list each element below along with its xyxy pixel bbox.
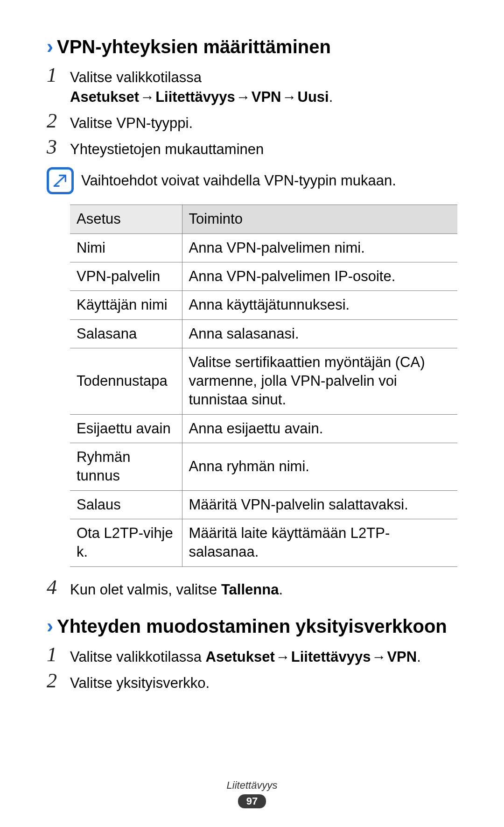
step-number: 2 [47,670,70,692]
cell-function: Anna salasanasi. [182,319,457,348]
cell-setting: Todennustapa [70,348,182,414]
step-body: Valitse yksityisverkko. [70,670,457,693]
step-2b: 2 Valitse yksityisverkko. [47,670,457,693]
cell-function: Anna VPN-palvelimen IP-osoite. [182,262,457,290]
page-footer: Liitettävyys 97 [0,779,504,808]
note-icon [47,167,74,194]
arrow-icon: → [235,89,252,105]
menu-path-liitettavyys: Liitettävyys [291,649,371,665]
heading-text: VPN-yhteyksien määrittäminen [57,36,331,57]
table-row: SalasanaAnna salasanasi. [70,319,457,348]
cell-setting: Käyttäjän nimi [70,291,182,319]
step-number: 3 [47,136,70,158]
section-heading-vpn-setup: › VPN-yhteyksien määrittäminen [47,36,457,57]
cell-setting: Salasana [70,319,182,348]
table-row: VPN-palvelinAnna VPN-palvelimen IP-osoit… [70,262,457,290]
table-row: TodennustapaValitse sertifikaattien myön… [70,348,457,414]
cell-setting: VPN-palvelin [70,262,182,290]
step-body: Valitse VPN-tyyppi. [70,110,457,133]
heading-text: Yhteyden muodostaminen yksityisverkkoon [57,616,447,637]
step-number: 1 [47,64,70,86]
step-number: 2 [47,110,70,132]
arrow-icon: → [139,89,155,105]
table-row: Esijaettu avainAnna esijaettu avain. [70,414,457,443]
section-heading-connect-private: › Yhteyden muodostaminen yksityisverkkoo… [47,616,457,637]
table-body: NimiAnna VPN-palvelimen nimi. VPN-palvel… [70,233,457,566]
footer-section-label: Liitettävyys [0,779,504,792]
info-note: Vaihtoehdot voivat vaihdella VPN-tyypin … [47,167,457,194]
step-body: Yhteystietojen mukauttaminen [70,136,457,159]
document-page: › VPN-yhteyksien määrittäminen 1 Valitse… [0,0,504,827]
cell-setting: Esijaettu avain [70,414,182,443]
note-text: Vaihtoehdot voivat vaihdella VPN-tyypin … [81,172,396,189]
step-2: 2 Valitse VPN-tyyppi. [47,110,457,133]
table-row: Käyttäjän nimiAnna käyttäjätunnuksesi. [70,291,457,319]
text: Valitse valikkotilassa [70,69,202,85]
cell-function: Anna käyttäjätunnuksesi. [182,291,457,319]
table-header-row: Asetus Toiminto [70,205,457,233]
arrow-icon: → [281,89,298,105]
table-row: Ota L2TP-vihje k.Määritä laite käyttämää… [70,519,457,566]
menu-path-uusi: Uusi [298,89,329,105]
step-number: 1 [47,643,70,666]
step-1: 1 Valitse valikkotilassa Asetukset→Liite… [47,64,457,107]
table-row: Ryhmän tunnusAnna ryhmän nimi. [70,443,457,491]
arrow-icon: → [275,649,291,665]
settings-table: Asetus Toiminto NimiAnna VPN-palvelimen … [70,205,457,566]
chevron-icon: › [47,616,53,636]
table-row: SalausMääritä VPN-palvelin salattavaksi. [70,490,457,519]
text: . [417,649,421,665]
cell-setting: Ota L2TP-vihje k. [70,519,182,566]
text: . [279,581,283,598]
chevron-icon: › [47,37,53,57]
page-number-badge: 97 [238,794,266,808]
menu-path-vpn: VPN [252,89,281,105]
cell-function: Määritä laite käyttämään L2TP-salasanaa. [182,519,457,566]
text: Kun olet valmis, valitse [70,581,221,598]
cell-setting: Nimi [70,233,182,262]
step-3: 3 Yhteystietojen mukauttaminen [47,136,457,159]
menu-path-liitettavyys: Liitettävyys [155,89,235,105]
table-row: NimiAnna VPN-palvelimen nimi. [70,233,457,262]
cell-function: Anna ryhmän nimi. [182,443,457,491]
col-header-setting: Asetus [70,205,182,233]
menu-path-asetukset: Asetukset [206,649,275,665]
cell-function: Määritä VPN-palvelin salattavaksi. [182,490,457,519]
cell-setting: Salaus [70,490,182,519]
col-header-function: Toiminto [182,205,457,233]
step-4: 4 Kun olet valmis, valitse Tallenna. [47,576,457,600]
cell-setting: Ryhmän tunnus [70,443,182,491]
step-body: Valitse valikkotilassa Asetukset→Liitett… [70,643,457,667]
step-number: 4 [47,576,70,599]
menu-path-asetukset: Asetukset [70,89,139,105]
action-tallenna: Tallenna [221,581,279,598]
text: . [329,89,333,105]
step-body: Valitse valikkotilassa Asetukset→Liitett… [70,64,457,107]
step-body: Kun olet valmis, valitse Tallenna. [70,576,457,600]
cell-function: Valitse sertifikaattien myöntäjän (CA) v… [182,348,457,414]
text: Valitse valikkotilassa [70,649,206,665]
menu-path-vpn: VPN [387,649,417,665]
arrow-icon: → [371,649,387,665]
cell-function: Anna esijaettu avain. [182,414,457,443]
cell-function: Anna VPN-palvelimen nimi. [182,233,457,262]
step-1b: 1 Valitse valikkotilassa Asetukset→Liite… [47,643,457,667]
